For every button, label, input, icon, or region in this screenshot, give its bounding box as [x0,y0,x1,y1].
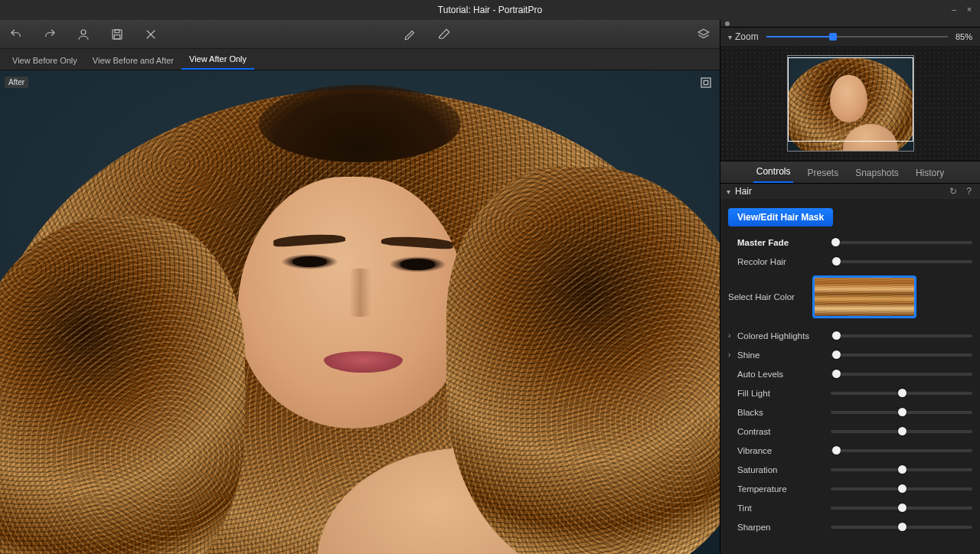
view-mode-tabs: View Before Only View Before and After V… [0,49,720,70]
zoom-control: ▾ Zoom 85% [720,28,980,46]
panel-grip[interactable] [720,20,980,28]
slider-recolor-hair-track[interactable] [831,260,972,263]
image-canvas[interactable]: After [0,70,720,554]
brush-icon[interactable] [402,26,419,43]
slider-vibrance: Vibrance [728,441,972,460]
slider-blacks: Blacks [728,402,972,422]
select-hair-color-row: Select Hair Color [728,275,972,318]
slider-master-fade: Master Fade [728,233,972,252]
hair-color-swatch[interactable] [812,275,916,318]
undo-icon[interactable] [8,26,24,43]
titlebar: Tutorial: Hair - PortraitPro – × [0,0,980,20]
zoom-value: 85% [956,32,972,41]
close-icon[interactable] [142,26,159,43]
slider-tint-track[interactable] [831,507,972,510]
portrait-image [0,70,720,554]
close-button[interactable]: × [963,3,975,15]
window-title: Tutorial: Hair - PortraitPro [438,5,542,15]
minimize-button[interactable]: – [948,3,960,15]
tab-presets[interactable]: Presets [804,163,841,183]
tab-view-both[interactable]: View Before and After [85,51,181,70]
profile-icon[interactable] [75,26,92,43]
fit-to-window-icon[interactable] [700,77,712,89]
slider-blacks-track[interactable] [831,411,972,414]
slider-colored-highlights: ›Colored Highlights [728,326,972,345]
tab-view-after[interactable]: View After Only [181,50,254,70]
slider-master-fade-track[interactable] [831,241,972,244]
zoom-collapse-icon[interactable]: ▾ [728,33,732,41]
slider-recolor-hair: Recolor Hair [728,252,972,271]
slider-shine-track[interactable] [831,354,972,357]
slider-fill-light-track[interactable] [831,392,972,395]
svg-rect-5 [704,80,707,84]
slider-sharpen-track[interactable] [831,526,972,529]
slider-auto-levels: Auto Levels [728,364,972,383]
slider-temperature-track[interactable] [831,487,972,490]
section-hair-title: Hair [735,186,752,197]
section-collapse-icon[interactable]: ▾ [727,187,730,196]
slider-vibrance-track[interactable] [831,449,972,452]
tab-controls[interactable]: Controls [753,161,794,183]
after-label: After [5,77,28,88]
slider-contrast-track[interactable] [831,430,972,433]
navigator[interactable] [720,46,980,161]
main-toolbar [0,20,720,49]
hair-controls: View/Edit Hair Mask Master Fade Recolor … [720,199,980,554]
slider-fill-light: Fill Light [728,383,972,402]
chevron-right-icon[interactable]: › [728,331,736,340]
section-hair-header[interactable]: ▾ Hair ↻ ? [720,184,980,199]
svg-rect-4 [701,78,710,87]
tab-view-before[interactable]: View Before Only [5,51,85,70]
slider-colored-highlights-track[interactable] [831,334,972,337]
slider-saturation-track[interactable] [831,468,972,471]
slider-saturation: Saturation [728,460,972,479]
controls-pane: ▾ Zoom 85% Controls P [720,20,980,554]
slider-auto-levels-track[interactable] [831,373,972,376]
view-edit-hair-mask-button[interactable]: View/Edit Hair Mask [728,208,833,226]
slider-tint: Tint [728,498,972,517]
navigator-thumbnail[interactable] [787,55,914,152]
slider-contrast: Contrast [728,422,972,441]
redo-icon[interactable] [41,26,58,43]
tab-history[interactable]: History [913,163,947,183]
svg-point-0 [81,30,86,34]
svg-rect-2 [115,30,119,33]
side-panel-tabs: Controls Presets Snapshots History [720,161,980,184]
help-icon[interactable]: ? [964,186,974,197]
svg-rect-3 [114,34,120,38]
eraser-icon[interactable] [436,26,452,43]
slider-shine: ›Shine [728,345,972,364]
tab-snapshots[interactable]: Snapshots [852,163,902,183]
slider-temperature: Temperature [728,479,972,498]
zoom-label: Zoom [735,31,759,42]
save-icon[interactable] [109,26,126,43]
zoom-slider[interactable] [766,34,948,39]
slider-sharpen: Sharpen [728,517,972,536]
editor-pane: View Before Only View Before and After V… [0,20,720,554]
chevron-right-icon[interactable]: › [728,350,736,359]
layers-icon[interactable] [695,26,712,43]
window-buttons: – × [948,3,975,15]
reset-icon[interactable]: ↻ [947,186,959,197]
